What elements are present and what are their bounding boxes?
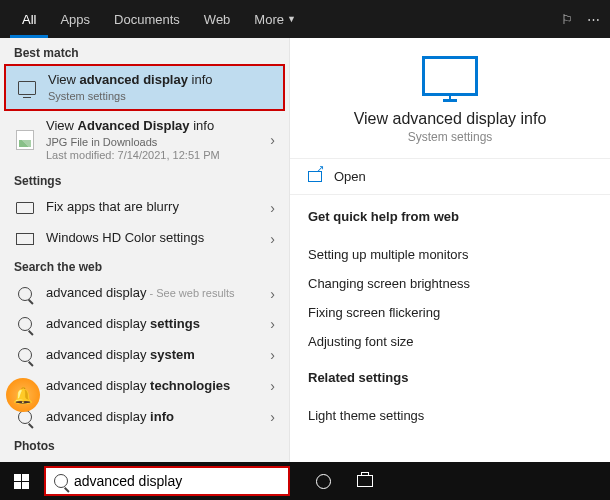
search-icon (54, 474, 68, 488)
help-link-brightness[interactable]: Changing screen brightness (290, 269, 610, 298)
search-icon (18, 287, 32, 301)
tab-more[interactable]: More▼ (242, 0, 308, 38)
quick-help-heading: Get quick help from web (308, 209, 592, 224)
settings-result-hdcolor[interactable]: Windows HD Color settings › (0, 223, 289, 254)
chevron-right-icon: › (270, 286, 275, 302)
search-input[interactable] (74, 473, 280, 489)
chevron-right-icon: › (270, 409, 275, 425)
windows-logo-icon (14, 474, 29, 489)
display-icon (16, 202, 34, 214)
chevron-right-icon: › (270, 378, 275, 394)
chevron-right-icon: › (270, 231, 275, 247)
jpg-file-icon (16, 130, 34, 150)
preview-panel: View advanced display info System settin… (290, 38, 610, 462)
web-result-2[interactable]: advanced display system › (0, 340, 289, 371)
web-result-0[interactable]: advanced display - See web results › (0, 278, 289, 309)
preview-title: View advanced display info (300, 110, 600, 128)
settings-result-blurry[interactable]: Fix apps that are blurry › (0, 192, 289, 223)
tab-all[interactable]: All (10, 0, 48, 38)
chevron-right-icon: › (270, 316, 275, 332)
task-view-icon (357, 475, 373, 487)
web-result-4[interactable]: advanced display info › (0, 402, 289, 433)
open-action[interactable]: Open (290, 159, 610, 195)
search-icon (18, 348, 32, 362)
tabs: All Apps Documents Web More▼ (10, 0, 308, 38)
results-panel: Best match View advanced display info Sy… (0, 38, 290, 462)
help-link-monitors[interactable]: Setting up multiple monitors (290, 240, 610, 269)
section-search-web: Search the web (0, 254, 289, 278)
search-icon (18, 410, 32, 424)
chevron-down-icon: ▼ (287, 14, 296, 24)
web-result-3[interactable]: advanced display technologies › (0, 371, 289, 402)
related-link-theme[interactable]: Light theme settings (290, 401, 610, 430)
taskbar (0, 462, 610, 500)
notification-badge-icon[interactable]: 🔔 (6, 378, 40, 412)
web-result-1[interactable]: advanced display settings › (0, 309, 289, 340)
more-options-icon[interactable]: ⋯ (587, 12, 600, 27)
help-link-fontsize[interactable]: Adjusting font size (290, 327, 610, 356)
search-box[interactable] (44, 466, 290, 496)
chevron-right-icon: › (270, 132, 275, 148)
search-icon (18, 317, 32, 331)
related-heading: Related settings (308, 370, 592, 385)
task-view-button[interactable] (344, 462, 386, 500)
cortana-button[interactable] (302, 462, 344, 500)
tab-apps[interactable]: Apps (48, 0, 102, 38)
cortana-icon (316, 474, 331, 489)
section-best-match: Best match (0, 38, 289, 64)
hd-icon (16, 233, 34, 245)
chevron-right-icon: › (270, 347, 275, 363)
monitor-large-icon (422, 56, 478, 96)
section-photos: Photos (0, 433, 289, 457)
best-match-result[interactable]: View advanced display info System settin… (4, 64, 285, 111)
monitor-icon (18, 81, 36, 95)
section-settings: Settings (0, 168, 289, 192)
tab-documents[interactable]: Documents (102, 0, 192, 38)
search-tabs-bar: All Apps Documents Web More▼ ⚐ ⋯ (0, 0, 610, 38)
feedback-icon[interactable]: ⚐ (561, 12, 573, 27)
start-button[interactable] (0, 462, 42, 500)
help-link-flickering[interactable]: Fixing screen flickering (290, 298, 610, 327)
file-result-jpg[interactable]: View Advanced Display info JPG File in D… (0, 111, 289, 168)
tab-web[interactable]: Web (192, 0, 243, 38)
chevron-right-icon: › (270, 200, 275, 216)
open-icon (308, 171, 322, 182)
preview-subtitle: System settings (300, 130, 600, 144)
